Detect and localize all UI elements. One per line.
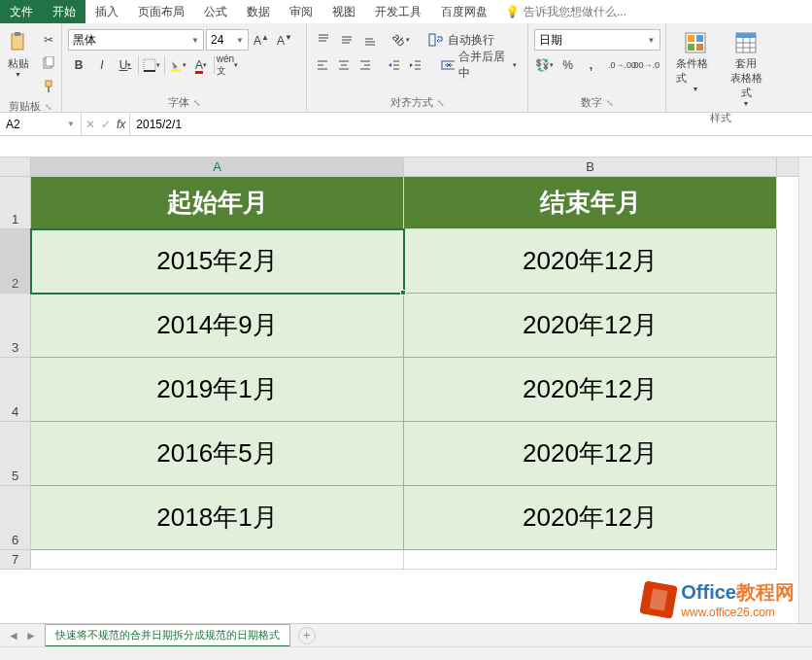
alignment-group-label: 对齐方式	[390, 95, 433, 110]
format-painter-button[interactable]	[38, 76, 59, 97]
sheet-nav-next[interactable]: ►	[25, 629, 37, 643]
table-data-cell[interactable]: 2014年9月	[31, 294, 404, 358]
align-middle-button[interactable]	[336, 29, 357, 51]
row-header-1[interactable]: 1	[0, 177, 31, 229]
fill-handle[interactable]	[400, 290, 406, 295]
sheet-tab-active[interactable]: 快速将不规范的合并日期拆分成规范的日期格式	[45, 624, 290, 647]
cells-area: 起始年月结束年月2015年2月2020年12月2014年9月2020年12月20…	[31, 177, 777, 570]
phonetic-button[interactable]: wén文▾	[217, 54, 238, 76]
number-group-label: 数字	[581, 95, 602, 110]
tab-file[interactable]: 文件	[0, 0, 43, 23]
ribbon-tabs: 文件 开始 插入 页面布局 公式 数据 审阅 视图 开发工具 百度网盘 💡 告诉…	[0, 0, 812, 23]
svg-rect-18	[429, 34, 435, 46]
tab-home[interactable]: 开始	[43, 0, 85, 23]
increase-font-button[interactable]: A▲	[251, 29, 272, 51]
format-as-table-button[interactable]: 套用 表格格式▼	[723, 29, 769, 109]
table-data-cell[interactable]: 2020年12月	[404, 358, 777, 422]
empty-cell[interactable]	[31, 550, 404, 570]
copy-button[interactable]	[38, 52, 59, 74]
ribbon: 粘贴 ▼ ✂ 剪贴板⤡ 黑体▼ 24▼ A▲ A▼ B I U▾	[0, 23, 812, 113]
copy-icon	[42, 56, 55, 70]
row-header-2[interactable]: 2	[0, 229, 31, 294]
table-data-cell[interactable]: 2019年1月	[31, 358, 404, 422]
fill-color-button[interactable]: ▾	[167, 54, 188, 76]
column-header-B[interactable]: B	[404, 157, 777, 177]
decrease-decimal-button[interactable]: .00→.0	[635, 54, 657, 76]
row-header-6[interactable]: 6	[0, 486, 31, 550]
align-top-button[interactable]	[313, 29, 334, 51]
row-header-5[interactable]: 5	[0, 422, 31, 486]
bucket-icon	[169, 58, 183, 72]
merge-center-button[interactable]: 合并后居中▾	[436, 54, 522, 76]
align-bottom-button[interactable]	[359, 29, 381, 51]
conditional-format-button[interactable]: 条件格式▼	[672, 29, 719, 94]
table-header-cell[interactable]: 结束年月	[404, 177, 777, 229]
wrap-text-button[interactable]: 自动换行	[423, 29, 499, 51]
row-headers: 1234567	[0, 177, 31, 570]
align-left-button[interactable]	[313, 54, 332, 76]
number-format-combo[interactable]: 日期▼	[534, 29, 660, 51]
table-data-cell[interactable]: 2020年12月	[404, 294, 777, 358]
align-center-button[interactable]	[334, 54, 354, 76]
font-launcher[interactable]: ⤡	[193, 98, 201, 108]
horizontal-scrollbar[interactable]	[0, 646, 812, 660]
table-data-cell[interactable]: 2015年2月	[31, 229, 404, 294]
cut-button[interactable]: ✂	[38, 29, 59, 51]
clipboard-launcher[interactable]: ⤡	[45, 102, 52, 112]
column-headers: AB	[31, 157, 812, 177]
vertical-scrollbar[interactable]	[798, 157, 812, 623]
decrease-indent-button[interactable]	[385, 54, 404, 76]
formula-input[interactable]: 2015/2/1	[130, 113, 812, 135]
decrease-font-button[interactable]: A▼	[274, 29, 295, 51]
paste-button[interactable]: 粘贴 ▼	[3, 29, 34, 80]
table-data-cell[interactable]: 2020年12月	[404, 486, 777, 550]
row-header-3[interactable]: 3	[0, 294, 31, 358]
font-size-combo[interactable]: 24▼	[206, 29, 249, 51]
align-top-icon	[317, 33, 330, 47]
tell-me-search[interactable]: 💡 告诉我您想做什么...	[497, 0, 634, 23]
percent-button[interactable]: %	[558, 54, 579, 76]
font-name-combo[interactable]: 黑体▼	[68, 29, 204, 51]
tab-formulas[interactable]: 公式	[194, 0, 237, 23]
accounting-format-button[interactable]: 💱▾	[534, 54, 556, 76]
border-button[interactable]: ▾	[141, 54, 162, 76]
number-launcher[interactable]: ⤡	[606, 98, 614, 108]
increase-indent-button[interactable]	[406, 54, 425, 76]
increase-decimal-button[interactable]: .0→.00	[612, 54, 633, 76]
select-all-corner[interactable]	[0, 157, 31, 177]
tab-review[interactable]: 审阅	[280, 0, 322, 23]
increase-font-icon: A▲	[254, 33, 269, 48]
tab-insert[interactable]: 插入	[85, 0, 128, 23]
column-header-A[interactable]: A	[31, 157, 404, 177]
bold-button[interactable]: B	[68, 54, 89, 76]
table-data-cell[interactable]: 2020年12月	[404, 229, 777, 294]
align-center-icon	[337, 58, 351, 72]
spreadsheet-grid[interactable]: AB 1234567 起始年月结束年月2015年2月2020年12月2014年9…	[0, 157, 812, 624]
align-right-button[interactable]	[355, 54, 375, 76]
cancel-formula-button[interactable]: ✕	[85, 118, 95, 131]
name-box[interactable]: A2▼	[0, 113, 82, 135]
tab-view[interactable]: 视图	[322, 0, 365, 23]
font-color-button[interactable]: A▾	[190, 54, 212, 76]
empty-cell[interactable]	[404, 550, 777, 570]
orientation-button[interactable]: ab▾	[390, 29, 412, 51]
table-header-cell[interactable]: 起始年月	[31, 177, 404, 229]
underline-button[interactable]: U▾	[115, 54, 136, 76]
add-sheet-button[interactable]: +	[298, 627, 316, 644]
tab-page-layout[interactable]: 页面布局	[128, 0, 194, 23]
italic-button[interactable]: I	[91, 54, 113, 76]
row-header-4[interactable]: 4	[0, 358, 31, 422]
alignment-launcher[interactable]: ⤡	[437, 98, 445, 108]
table-data-cell[interactable]: 2018年1月	[31, 486, 404, 550]
tab-data[interactable]: 数据	[237, 0, 280, 23]
fx-button[interactable]: fx	[117, 118, 125, 131]
tab-developer[interactable]: 开发工具	[365, 0, 431, 23]
wrap-label: 自动换行	[448, 32, 494, 49]
table-data-cell[interactable]: 2016年5月	[31, 422, 404, 486]
sheet-nav-prev[interactable]: ◄	[8, 629, 19, 643]
table-data-cell[interactable]: 2020年12月	[404, 422, 777, 486]
enter-formula-button[interactable]: ✓	[101, 118, 111, 131]
comma-button[interactable]: ,	[581, 54, 602, 76]
tab-baidu[interactable]: 百度网盘	[431, 0, 497, 23]
row-header-7[interactable]: 7	[0, 550, 31, 570]
